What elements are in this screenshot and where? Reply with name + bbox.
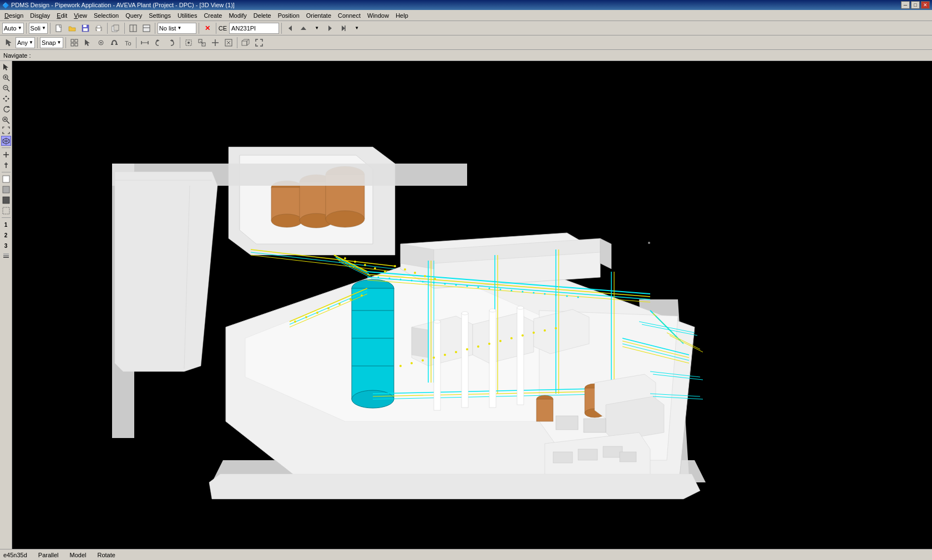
svg-rect-145	[462, 313, 468, 408]
lt-add[interactable]	[1, 150, 11, 160]
lt-pan[interactable]	[1, 94, 11, 104]
statusbar: e45n35d Parallel Model Rotate	[0, 549, 932, 560]
print-button[interactable]	[93, 22, 105, 34]
svg-point-219	[422, 281, 424, 283]
measure-button[interactable]	[139, 37, 151, 49]
svg-point-88	[271, 214, 302, 227]
lt-num3[interactable]: 3	[1, 241, 11, 251]
menu-create[interactable]: Create	[200, 11, 225, 20]
lt-shading4[interactable]	[1, 206, 11, 216]
menu-view[interactable]: View	[70, 11, 90, 20]
menu-help[interactable]: Help	[392, 11, 412, 20]
menu-selection[interactable]: Selection	[90, 11, 122, 20]
svg-point-195	[316, 312, 318, 314]
svg-marker-18	[6, 39, 11, 46]
svg-rect-5	[97, 26, 100, 28]
svg-rect-22	[75, 43, 78, 46]
nolist-dropdown[interactable]: No list ▼	[158, 23, 196, 34]
svg-point-223	[467, 286, 468, 287]
save-button[interactable]	[79, 22, 92, 34]
open-button[interactable]	[66, 22, 78, 34]
nav-dropdown-button[interactable]: ▼	[311, 22, 323, 34]
close-button[interactable]: ✕	[921, 1, 930, 9]
nav-forward2-button[interactable]	[337, 22, 350, 34]
lt-pin[interactable]	[1, 160, 11, 170]
nav-forward-button[interactable]	[324, 22, 336, 34]
menu-query[interactable]: Query	[122, 11, 145, 20]
lt-rotate[interactable]	[1, 104, 11, 114]
titlebar-controls[interactable]: ─ □ ✕	[901, 1, 930, 9]
lt-zoom-out[interactable]	[1, 83, 11, 93]
undo-button[interactable]	[152, 37, 164, 49]
menu-design[interactable]: Design	[1, 11, 27, 20]
tool-btn-5[interactable]	[127, 22, 139, 34]
svg-rect-76	[3, 176, 9, 182]
copy-button[interactable]	[110, 22, 122, 34]
redo-button[interactable]	[165, 37, 178, 49]
split-button[interactable]	[209, 37, 221, 49]
lt-shading3[interactable]	[1, 195, 11, 205]
lt-shading1[interactable]	[1, 174, 11, 184]
svg-rect-79	[3, 207, 9, 214]
svg-rect-3	[83, 28, 88, 31]
menu-window[interactable]: Window	[364, 11, 392, 20]
lt-fit-all[interactable]	[1, 125, 11, 135]
snap-dropdown[interactable]: Snap ▼	[40, 37, 63, 48]
viewport-3d[interactable]	[12, 61, 932, 549]
nav-back-button[interactable]	[284, 22, 296, 34]
pointer-tool-button[interactable]	[2, 37, 14, 49]
fit-button[interactable]	[253, 37, 265, 49]
solid-dropdown[interactable]: Soli ▼	[29, 23, 48, 34]
menu-position[interactable]: Position	[275, 11, 303, 20]
svg-point-193	[294, 320, 296, 323]
magnet-button[interactable]	[108, 37, 120, 49]
svg-line-65	[7, 121, 9, 124]
new-button[interactable]	[53, 22, 65, 34]
lt-layers[interactable]	[1, 251, 11, 261]
menu-edit[interactable]: Edit	[53, 11, 70, 20]
lt-zoom-window[interactable]	[1, 115, 11, 125]
svg-line-53	[7, 79, 9, 81]
menu-orientate[interactable]: Orientate	[303, 11, 335, 20]
refresh-button[interactable]	[222, 37, 235, 49]
menu-display[interactable]: Display	[27, 11, 53, 20]
menu-settings[interactable]: Settings	[145, 11, 174, 20]
lt-shading2[interactable]	[1, 185, 11, 195]
tool-btn-6[interactable]	[140, 22, 153, 34]
svg-marker-16	[342, 26, 345, 31]
lt-num2[interactable]: 2	[1, 230, 11, 240]
restore-button[interactable]: □	[911, 1, 920, 9]
cancel-button[interactable]: ✕	[201, 22, 214, 34]
svg-point-206	[466, 348, 468, 350]
menu-modify[interactable]: Modify	[225, 11, 250, 20]
minimize-button[interactable]: ─	[901, 1, 910, 9]
snap-points-button[interactable]	[95, 37, 107, 49]
nav-up-button[interactable]	[297, 22, 310, 34]
any-dropdown[interactable]: Any ▼	[16, 37, 35, 48]
lt-iso[interactable]	[1, 136, 11, 146]
ce-input[interactable]	[229, 23, 279, 34]
lt-num1[interactable]: 1	[1, 220, 11, 230]
lt-select[interactable]	[1, 62, 11, 72]
nav-dropdown2-button[interactable]: ▼	[351, 22, 363, 34]
svg-rect-153	[556, 416, 578, 430]
view3d-button[interactable]	[240, 37, 252, 49]
cursor-marker	[648, 242, 650, 244]
svg-marker-51	[3, 64, 8, 70]
svg-rect-82	[3, 253, 9, 254]
target-button[interactable]: To	[121, 37, 134, 49]
grid-button[interactable]	[68, 37, 80, 49]
toolbar2: Any ▼ Snap ▼ To	[0, 35, 932, 50]
transform-button[interactable]	[196, 37, 208, 49]
cursor-button[interactable]	[82, 37, 94, 49]
select-button[interactable]	[183, 37, 195, 49]
lt-zoom-in[interactable]	[1, 73, 11, 83]
menu-connect[interactable]: Connect	[335, 11, 364, 20]
auto-dropdown[interactable]: Auto ▼	[2, 23, 24, 34]
left-road-section	[115, 172, 217, 371]
separator5	[155, 23, 155, 34]
solid-label: Soli	[31, 25, 40, 32]
menu-delete[interactable]: Delete	[250, 11, 275, 20]
menu-utilities[interactable]: Utilities	[174, 11, 200, 20]
svg-marker-59	[5, 95, 7, 97]
